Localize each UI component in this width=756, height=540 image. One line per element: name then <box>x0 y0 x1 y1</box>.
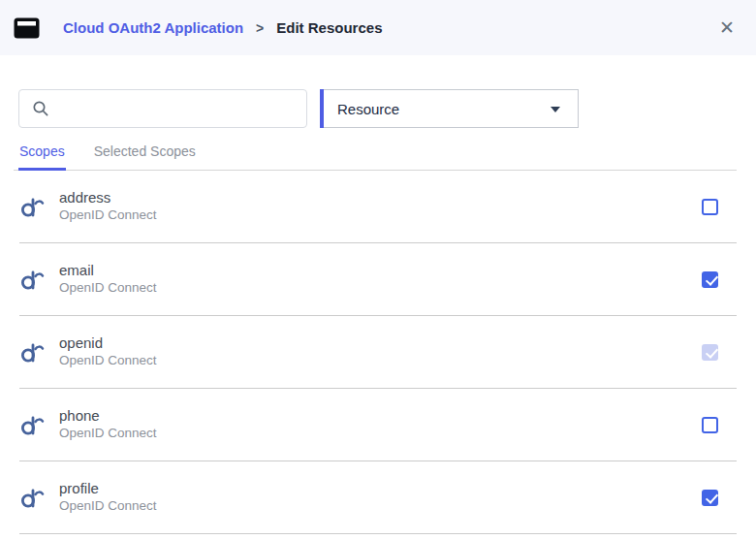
scope-name: address <box>59 189 157 207</box>
close-icon[interactable]: ✕ <box>715 15 739 41</box>
scope-text: openid OpenID Connect <box>59 334 157 369</box>
scope-provider: OpenID Connect <box>59 426 157 442</box>
openid-icon <box>19 194 46 220</box>
scope-row-openid: openid OpenID Connect <box>19 316 737 389</box>
search-input-container <box>18 89 307 128</box>
resource-select[interactable]: Resource <box>320 89 579 128</box>
scope-row-profile: profile OpenID Connect <box>19 461 737 534</box>
scope-checkbox-address[interactable] <box>702 199 718 215</box>
scope-checkbox-email[interactable] <box>702 271 718 288</box>
scope-provider: OpenID Connect <box>59 280 157 297</box>
tab-scopes[interactable]: Scopes <box>18 143 66 171</box>
search-input[interactable] <box>49 90 306 127</box>
scope-name: profile <box>59 480 157 498</box>
openid-icon <box>19 267 46 293</box>
scope-row-email: email OpenID Connect <box>19 243 737 316</box>
scope-text: profile OpenID Connect <box>59 480 157 515</box>
search-icon <box>32 100 49 117</box>
chevron-down-icon <box>551 107 560 112</box>
scope-provider: OpenID Connect <box>59 353 157 369</box>
openid-icon <box>19 412 46 438</box>
toolbar: Resource <box>18 89 756 128</box>
scope-provider: OpenID Connect <box>59 207 157 224</box>
scope-name: email <box>59 262 157 280</box>
scope-row-address: address OpenID Connect <box>19 171 737 243</box>
scope-checkbox-phone[interactable] <box>702 417 718 433</box>
scope-name: openid <box>59 334 157 353</box>
breadcrumb-link-cloud-oauth2-application[interactable]: Cloud OAuth2 Application <box>63 19 243 36</box>
tabs: Scopes Selected Scopes <box>14 143 737 171</box>
scope-provider: OpenID Connect <box>59 498 157 515</box>
scope-checkbox-profile[interactable] <box>702 490 718 506</box>
scope-list: address OpenID Connect email OpenID Conn… <box>0 171 756 534</box>
scope-text: email OpenID Connect <box>59 262 157 297</box>
openid-icon <box>19 485 46 511</box>
scope-text: phone OpenID Connect <box>59 407 157 442</box>
openid-icon <box>19 339 46 365</box>
scope-name: phone <box>59 407 157 426</box>
app-window-icon <box>14 16 40 40</box>
scope-checkbox-openid <box>702 344 718 361</box>
tab-selected-scopes[interactable]: Selected Scopes <box>93 143 197 171</box>
breadcrumb-separator: > <box>256 20 264 36</box>
page-title: Edit Resources <box>276 19 382 36</box>
scope-text: address OpenID Connect <box>59 189 157 224</box>
edit-resources-dialog: Cloud OAuth2 Application > Edit Resource… <box>0 0 756 540</box>
breadcrumb: Cloud OAuth2 Application > Edit Resource… <box>63 19 383 36</box>
resource-select-value: Resource <box>337 101 399 117</box>
scope-row-phone: phone OpenID Connect <box>19 389 737 461</box>
dialog-header: Cloud OAuth2 Application > Edit Resource… <box>0 0 756 55</box>
